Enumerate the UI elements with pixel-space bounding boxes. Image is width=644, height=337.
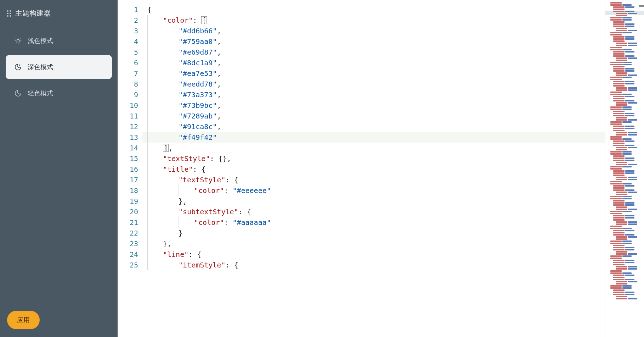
mode-item-0[interactable]: 浅色模式 — [6, 29, 112, 53]
line-number: 23 — [118, 238, 138, 249]
line-number: 21 — [118, 217, 138, 228]
code-line[interactable]: }, — [142, 196, 605, 206]
line-number: 15 — [118, 153, 138, 164]
line-number: 25 — [118, 260, 138, 270]
line-number: 12 — [118, 121, 138, 132]
token-punc: , — [217, 69, 221, 78]
code-line[interactable]: "color": [ — [142, 15, 605, 26]
token-punc: : — [193, 16, 201, 24]
token-punc: , — [217, 90, 221, 99]
token-punc: : { — [193, 165, 205, 173]
line-number: 4 — [118, 36, 138, 47]
code-line[interactable]: "#7289ab", — [142, 111, 605, 121]
svg-line-7 — [16, 43, 16, 43]
svg-line-6 — [20, 43, 21, 43]
line-number: 6 — [118, 57, 138, 68]
code-editor[interactable]: 1234567891011121314151617181920212223242… — [118, 0, 644, 337]
mode-item-2[interactable]: 轻色模式 — [6, 81, 112, 105]
line-number: 11 — [118, 111, 138, 121]
code-line[interactable]: "textStyle": {}, — [142, 153, 605, 164]
code-line[interactable]: }, — [142, 238, 605, 249]
token-bracket: ] — [163, 144, 169, 152]
token-punc: , — [217, 59, 221, 67]
token-punc: }, — [179, 197, 187, 205]
token-punc: : { — [188, 250, 201, 259]
code-line[interactable]: "color": "#aaaaaa" — [142, 217, 605, 228]
code-line[interactable]: "#f49f42" — [142, 132, 605, 143]
token-punc: { — [147, 5, 152, 14]
code-line[interactable]: "color": "#eeeeee" — [142, 185, 605, 196]
line-number: 9 — [118, 89, 138, 100]
line-number: 24 — [118, 249, 138, 260]
line-number: 1 — [118, 4, 138, 15]
token-punc: , — [217, 48, 221, 56]
code-content[interactable]: {"color": ["#dd6b66","#759aa0","#e69d87"… — [142, 0, 605, 337]
token-key: "color" — [194, 218, 224, 227]
svg-line-5 — [16, 38, 16, 39]
token-str: "#759aa0" — [179, 37, 217, 46]
token-punc: , — [217, 27, 221, 35]
mode-label: 浅色模式 — [28, 37, 53, 45]
token-key: "textStyle" — [179, 176, 225, 184]
token-str: "#7289ab" — [179, 112, 217, 120]
code-line[interactable]: "#73b9bc", — [142, 100, 605, 111]
code-line[interactable]: "#8dc1a9", — [142, 57, 605, 68]
token-bracket: [ — [201, 16, 207, 24]
token-str: "#eeeeee" — [232, 186, 271, 195]
grip-icon — [7, 10, 11, 17]
token-str: "#dd6b66" — [179, 27, 217, 35]
line-number: 3 — [118, 26, 138, 36]
svg-point-0 — [17, 39, 19, 42]
code-line[interactable]: "#91ca8c", — [142, 121, 605, 132]
sidebar-title: 主题构建器 — [15, 9, 51, 18]
token-str: "#aaaaaa" — [232, 218, 271, 227]
code-line[interactable]: ], — [142, 143, 605, 153]
line-number: 22 — [118, 228, 138, 238]
code-line[interactable]: { — [142, 4, 605, 15]
code-line[interactable]: "textStyle": { — [142, 175, 605, 185]
token-punc: , — [217, 80, 221, 88]
token-punc: , — [169, 144, 173, 152]
line-number: 2 — [118, 15, 138, 26]
moon-plus-icon — [14, 63, 22, 71]
mode-item-1[interactable]: 深色模式 — [6, 55, 112, 79]
token-punc: } — [179, 229, 183, 237]
code-line[interactable]: "#73a373", — [142, 89, 605, 100]
token-punc: : { — [238, 208, 251, 216]
minimap[interactable] — [605, 0, 644, 337]
code-line[interactable]: "itemStyle": { — [142, 260, 605, 270]
apply-button[interactable]: 应用 — [7, 311, 40, 329]
code-line[interactable]: "#759aa0", — [142, 36, 605, 47]
code-line[interactable]: "subtextStyle": { — [142, 206, 605, 217]
line-number: 20 — [118, 206, 138, 217]
minimap-slider[interactable] — [605, 11, 644, 15]
token-punc: , — [217, 101, 221, 110]
token-punc: : { — [225, 176, 238, 184]
code-line[interactable]: "#dd6b66", — [142, 26, 605, 36]
code-line[interactable]: "#e69d87", — [142, 47, 605, 57]
line-number: 14 — [118, 143, 138, 153]
line-number: 7 — [118, 68, 138, 79]
token-key: "color" — [194, 186, 224, 195]
token-str: "#8dc1a9" — [179, 59, 217, 67]
line-number: 17 — [118, 175, 138, 185]
token-punc: , — [217, 122, 221, 131]
token-punc: : { — [225, 261, 238, 269]
line-number: 13 — [118, 132, 138, 143]
token-punc: : — [224, 186, 232, 195]
token-str: "#f49f42" — [179, 133, 217, 142]
code-line[interactable]: "line": { — [142, 249, 605, 260]
token-key: "color" — [163, 16, 193, 24]
token-key: "title" — [163, 165, 193, 173]
token-str: "#eedd78" — [179, 80, 217, 88]
code-line[interactable]: "#eedd78", — [142, 79, 605, 89]
sidebar: 主题构建器 浅色模式深色模式轻色模式 应用 — [0, 0, 118, 337]
token-str: "#91ca8c" — [179, 122, 217, 131]
token-punc: , — [217, 37, 221, 46]
scroll-marker[interactable] — [639, 5, 644, 7]
token-punc: : — [224, 218, 232, 227]
sun-icon — [14, 37, 22, 45]
code-line[interactable]: "title": { — [142, 164, 605, 175]
code-line[interactable]: "#ea7e53", — [142, 68, 605, 79]
code-line[interactable]: } — [142, 228, 605, 238]
